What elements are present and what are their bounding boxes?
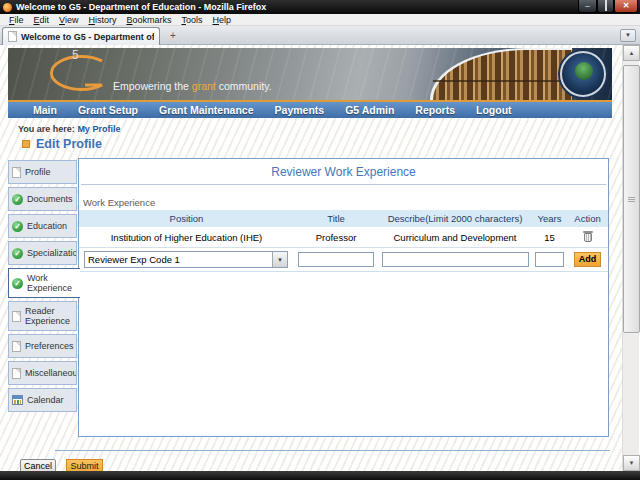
page-icon <box>12 341 21 352</box>
tagline-highlight: grant <box>192 80 216 92</box>
cell-position: Institution of Higher Education (IHE) <box>79 227 294 248</box>
cell-describe: Curriculum and Development <box>378 227 532 248</box>
position-select-value: Reviewer Exp Code 1 <box>85 254 272 265</box>
sidebar-item-education[interactable]: ✓ Education <box>8 214 77 238</box>
cell-years: 15 <box>532 227 567 248</box>
window-titlebar: Welcome to G5 - Department of Education … <box>0 0 640 14</box>
tab-list-button[interactable]: ▼ <box>620 29 636 42</box>
g5-banner: 5 Empowering the grant community. <box>8 48 612 100</box>
sidebar-item-label: Calendar <box>27 395 64 405</box>
sidebar-item-label: Specialization <box>27 248 77 258</box>
sidebar-item-miscellaneous[interactable]: Miscellaneous <box>8 361 77 385</box>
sidebar-item-label: Preferences <box>25 341 74 351</box>
breadcrumb: You are here: My Profile <box>18 124 120 134</box>
breadcrumb-prefix: You are here: <box>18 124 75 134</box>
sidebar-item-label: Documents <box>27 194 73 204</box>
breadcrumb-my-profile[interactable]: My Profile <box>77 124 120 134</box>
maximize-icon <box>605 0 607 11</box>
sidebar-item-specialization[interactable]: ✓ Specialization <box>8 241 77 265</box>
menu-file[interactable]: File <box>4 15 29 25</box>
sidebar-item-label: Reader Experience <box>25 306 74 326</box>
column-header-title: Title <box>294 210 378 227</box>
window-title: Welcome to G5 - Department of Education … <box>16 2 266 12</box>
tab-bar: Welcome to G5 - Department of Edu... + ▼ <box>0 26 640 45</box>
nav-logout[interactable]: Logout <box>476 104 512 116</box>
maximize-button[interactable] <box>597 0 614 13</box>
delete-row-icon[interactable] <box>584 233 592 242</box>
page-icon <box>12 167 21 178</box>
content-title: Reviewer Work Experience <box>78 165 609 179</box>
menu-help[interactable]: Help <box>207 15 236 25</box>
new-row-title-cell <box>294 248 378 272</box>
scrollbar-thumb[interactable] <box>623 65 640 333</box>
sidebar-item-label: Work Experience <box>27 273 78 293</box>
page-icon <box>12 368 21 379</box>
page-title: Edit Profile <box>36 137 102 151</box>
menu-edit[interactable]: Edit <box>29 15 55 25</box>
new-row-describe-cell <box>378 248 532 272</box>
vertical-scrollbar[interactable]: ▲ ▼ <box>622 45 639 471</box>
add-button[interactable]: Add <box>574 252 601 267</box>
scroll-down-button[interactable]: ▼ <box>623 455 640 471</box>
sidebar-item-label: Profile <box>25 167 51 177</box>
browser-tab[interactable]: Welcome to G5 - Department of Edu... <box>2 27 160 45</box>
check-icon: ✓ <box>12 278 23 289</box>
sidebar-item-profile[interactable]: Profile <box>8 160 77 184</box>
describe-input[interactable] <box>382 252 529 267</box>
check-icon: ✓ <box>12 194 23 205</box>
column-header-action: Action <box>567 210 608 227</box>
page-viewport: 5 Empowering the grant community. Main G… <box>0 45 622 471</box>
g5-logo <box>40 52 120 98</box>
sidebar-item-documents[interactable]: ✓ Documents <box>8 187 77 211</box>
nav-grant-maintenance[interactable]: Grant Maintenance <box>159 104 254 116</box>
calendar-icon <box>12 395 23 405</box>
nav-main[interactable]: Main <box>33 104 57 116</box>
sidebar-item-calendar[interactable]: Calendar <box>8 388 77 412</box>
menu-bar: File Edit View History Bookmarks Tools H… <box>0 14 640 26</box>
new-row-position-cell: Reviewer Exp Code 1 ▼ <box>79 248 294 272</box>
nav-grant-setup[interactable]: Grant Setup <box>78 104 138 116</box>
tagline-pre: Empowering the <box>113 80 192 92</box>
section-label: Work Experience <box>83 197 155 208</box>
check-icon: ✓ <box>12 221 23 232</box>
work-experience-table: Position Title Describe(Limit 2000 chara… <box>79 210 608 272</box>
cell-title: Professor <box>294 227 378 248</box>
scroll-up-button[interactable]: ▲ <box>623 45 640 61</box>
column-header-describe: Describe(Limit 2000 characters) <box>378 210 532 227</box>
g5-logo-number: 5 <box>72 48 79 62</box>
sidebar-item-reader-experience[interactable]: Reader Experience <box>8 301 77 331</box>
sidebar-item-label: Miscellaneous <box>25 368 77 378</box>
browser-window: Welcome to G5 - Department of Education … <box>0 0 640 480</box>
page-heading: Edit Profile <box>22 137 102 151</box>
nav-reports[interactable]: Reports <box>415 104 455 116</box>
page-icon <box>8 31 17 42</box>
content-panel <box>78 158 609 437</box>
window-bottom-border <box>0 471 640 480</box>
profile-sidebar: Profile ✓ Documents ✓ Education ✓ Specia… <box>8 160 80 415</box>
new-row-years-cell <box>532 248 567 272</box>
title-input[interactable] <box>298 252 374 267</box>
new-tab-button[interactable]: + <box>165 30 181 42</box>
minimize-button[interactable]: – <box>578 0 597 13</box>
menu-tools[interactable]: Tools <box>176 15 207 25</box>
menu-view[interactable]: View <box>54 15 83 25</box>
main-nav: Main Grant Setup Grant Maintenance Payme… <box>8 102 612 118</box>
banner-tagline: Empowering the grant community. <box>113 80 272 92</box>
nav-g5-admin[interactable]: G5 Admin <box>345 104 394 116</box>
bullet-icon <box>22 140 30 148</box>
title-divider <box>81 184 606 185</box>
menu-history[interactable]: History <box>83 15 121 25</box>
nav-payments[interactable]: Payments <box>275 104 325 116</box>
footer-divider <box>55 450 610 451</box>
position-select[interactable]: Reviewer Exp Code 1 ▼ <box>84 251 288 268</box>
chevron-down-icon[interactable]: ▼ <box>272 252 287 267</box>
close-button[interactable]: ✕ <box>614 0 638 13</box>
sidebar-item-preferences[interactable]: Preferences <box>8 334 77 358</box>
years-input[interactable] <box>535 252 564 267</box>
column-header-years: Years <box>532 210 567 227</box>
menu-bookmarks[interactable]: Bookmarks <box>121 15 176 25</box>
page-icon <box>12 311 21 322</box>
sidebar-item-work-experience[interactable]: ✓ Work Experience <box>8 268 80 298</box>
new-row-action-cell: Add <box>567 248 608 272</box>
firefox-icon <box>3 3 12 12</box>
